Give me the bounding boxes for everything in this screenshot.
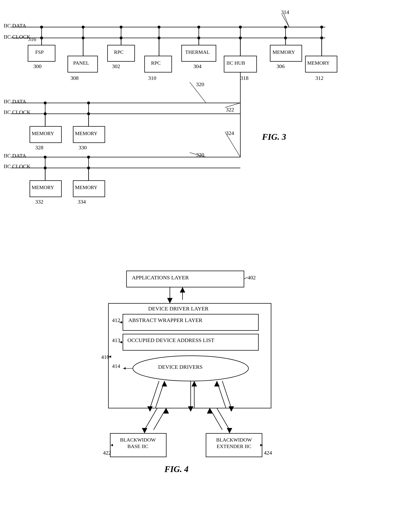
iic-data-label-1: IIC DATA [4, 23, 26, 29]
svg-point-35 [284, 26, 287, 29]
blackwidow-base-label: BLACKWIDOWBASE IIC [115, 437, 161, 450]
memory1-label: MEMORY [272, 49, 295, 55]
svg-marker-84 [227, 428, 232, 433]
iic-data-label-3: IIC DATA [4, 152, 26, 159]
svg-point-25 [197, 26, 200, 29]
svg-point-67 [87, 156, 90, 158]
num-412: 412 [112, 317, 120, 323]
svg-marker-72 [167, 298, 173, 303]
iic-hub-label: IIC HUB [226, 60, 245, 66]
svg-line-85 [210, 408, 222, 430]
num-334: 334 [78, 199, 86, 205]
iic-clock-label-2: IIC CLOCK [4, 109, 31, 115]
num-302: 302 [112, 63, 120, 69]
svg-marker-90 [188, 406, 193, 412]
main-svg [0, 0, 401, 532]
num-304: 304 [193, 63, 201, 69]
svg-marker-88 [147, 406, 153, 412]
svg-marker-86 [207, 408, 212, 413]
applications-layer-label: APPLICATIONS LAYER [132, 274, 189, 281]
num-414: 414 [112, 363, 120, 369]
svg-marker-92 [229, 406, 234, 412]
fig3-title: FIG. 3 [262, 132, 286, 142]
memory5-label: MEMORY [32, 184, 54, 190]
svg-point-40 [320, 26, 323, 29]
iic-data-label-2: IIC DATA [4, 98, 26, 105]
num-328: 328 [35, 145, 43, 151]
num-300: 300 [33, 63, 42, 69]
occupied-device-label: OCCUPIED DEVICE ADDRESS LIST [127, 337, 214, 343]
device-driver-layer-label: DEVICE DRIVER LAYER [148, 305, 208, 312]
svg-point-10 [82, 26, 84, 29]
thermal-label: THERMAL [185, 49, 210, 55]
num-332: 332 [35, 199, 43, 205]
svg-marker-74 [180, 287, 185, 292]
svg-point-62 [44, 156, 47, 158]
device-drivers-label: DEVICE DRIVERS [158, 364, 203, 370]
num-413: 413 [112, 337, 120, 343]
num-316: 316 [28, 36, 36, 42]
num-318: 318 [240, 75, 248, 81]
svg-point-53 [87, 101, 90, 104]
num-306: 306 [277, 63, 285, 69]
rpc2-label: RPC [151, 60, 161, 66]
svg-line-2 [282, 14, 289, 27]
svg-line-83 [217, 408, 230, 430]
num-402: 402 [248, 274, 256, 281]
svg-point-30 [239, 26, 242, 29]
abstract-wrapper-label: ABSTRACT WRAPPER LAYER [128, 317, 202, 323]
memory2-label: MEMORY [307, 60, 330, 66]
num-312: 312 [315, 75, 323, 81]
num-410: 410 [101, 354, 109, 360]
num-322: 322 [226, 107, 234, 113]
num-310: 310 [148, 75, 156, 81]
svg-point-5 [40, 26, 43, 29]
num-324: 324 [226, 130, 234, 136]
num-424: 424 [264, 450, 272, 456]
num-320b: 320 [196, 152, 204, 158]
memory6-label: MEMORY [75, 184, 97, 190]
rpc1-label: RPC [114, 49, 124, 55]
num-314: 314 [281, 9, 289, 15]
svg-point-15 [120, 26, 123, 29]
blackwidow-extender-label: BLACKWIDOWEXTENDER IIC [209, 437, 259, 450]
memory4-label: MEMORY [75, 131, 97, 136]
num-422: 422 [103, 450, 111, 456]
fsp-label: FSP [35, 49, 44, 55]
num-320a: 320 [196, 81, 204, 87]
iic-clock-label-1: IIC CLOCK [4, 34, 31, 40]
svg-marker-80 [142, 428, 147, 433]
svg-marker-82 [163, 408, 169, 413]
num-330: 330 [79, 145, 87, 151]
svg-point-48 [44, 101, 47, 104]
diagram-container: IIC DATA IIC CLOCK IIC DATA IIC CLOCK II… [0, 0, 401, 532]
svg-point-20 [158, 26, 161, 29]
memory3-label: MEMORY [32, 131, 54, 136]
num-308: 308 [71, 75, 79, 81]
iic-clock-label-3: IIC CLOCK [4, 163, 31, 169]
panel-label: PANEL [73, 60, 89, 66]
fig4-title: FIG. 4 [164, 464, 188, 474]
